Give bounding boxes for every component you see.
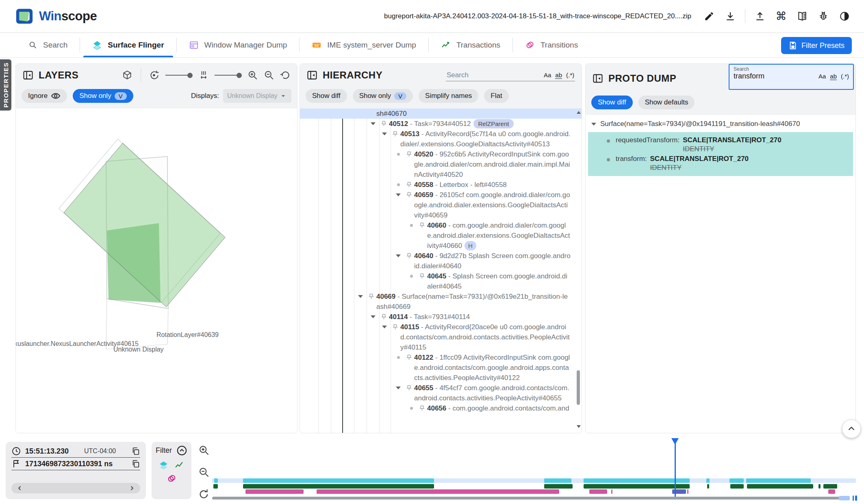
tree-node[interactable]: 40669 - Surface(name=Task=7931)/@0x619e2… — [300, 291, 582, 312]
copy-icon[interactable] — [131, 459, 140, 468]
pin-icon[interactable] — [417, 403, 427, 413]
match-case-toggle[interactable]: Aa — [818, 73, 826, 80]
zoom-out-icon[interactable] — [264, 70, 274, 80]
chevron-down-icon[interactable] — [393, 383, 404, 393]
pin-icon[interactable] — [404, 251, 414, 261]
tree-node[interactable]: 40660 - com.google.android.dialer/com.go… — [300, 220, 582, 251]
match-word-toggle[interactable]: ab — [830, 73, 837, 80]
match-case-toggle[interactable]: Aa — [544, 72, 551, 78]
pin-icon[interactable] — [378, 119, 389, 129]
pin-icon[interactable] — [366, 291, 376, 302]
pin-icon[interactable] — [404, 180, 414, 190]
edit-file-icon[interactable] — [700, 7, 718, 25]
pin-icon[interactable] — [404, 190, 414, 200]
ignore-visibility-chip[interactable]: Ignore — [22, 89, 67, 103]
spacing-slider[interactable] — [215, 73, 242, 78]
scroll-down-icon[interactable] — [577, 425, 581, 428]
pin-icon[interactable] — [390, 322, 400, 332]
chevron-down-icon[interactable] — [368, 312, 378, 322]
timeline-row-transactions[interactable] — [212, 484, 856, 489]
show-diff-chip[interactable]: Show diff — [591, 96, 633, 109]
transactions-trace-icon[interactable] — [174, 460, 185, 470]
scrollbar-thumb[interactable] — [577, 370, 580, 405]
shortcuts-icon[interactable]: ⌘ — [772, 7, 790, 25]
timeline-tracks[interactable] — [212, 436, 858, 504]
layers-3d-view[interactable]: RotationLayer#40639 xuslauncher.NexusLau… — [16, 109, 297, 433]
scroll-up-icon[interactable] — [577, 111, 581, 114]
tab-surface-flinger[interactable]: Surface Flinger — [80, 33, 176, 57]
proto-root-node[interactable]: Surface(name=Task=7934)/@0x1941191_trans… — [586, 115, 855, 131]
human-time-field[interactable]: 15:51:13.230 UTC-04:00 — [11, 445, 140, 458]
pin-icon[interactable] — [404, 149, 414, 159]
tree-node[interactable]: 40659 - 26105cf com.google.android.diale… — [300, 190, 582, 220]
tree-node-selected[interactable]: sh#40670 — [300, 109, 582, 119]
documentation-book-icon[interactable] — [793, 7, 811, 25]
chevron-down-icon[interactable] — [591, 123, 596, 126]
tab-ime[interactable]: IME system_server Dump — [300, 33, 428, 57]
timeline-row-transitions[interactable] — [212, 489, 856, 494]
hierarchy-search-input[interactable] — [447, 71, 516, 79]
simplify-names-chip[interactable]: Simplify names — [419, 89, 478, 103]
collapse-panel-icon[interactable] — [22, 70, 34, 81]
previous-frame-icon[interactable] — [16, 484, 24, 492]
collapse-panel-icon[interactable] — [592, 73, 603, 84]
report-bug-icon[interactable] — [814, 7, 832, 25]
pin-icon[interactable] — [417, 220, 427, 230]
timeline-position-marker[interactable] — [675, 438, 676, 498]
show-only-visible-chip[interactable]: Show only V — [73, 89, 133, 103]
transitions-trace-icon[interactable] — [167, 474, 177, 484]
tree-node[interactable]: 40645 - Splash Screen com.google.android… — [300, 271, 582, 291]
tree-node[interactable]: 40656 - com.google.android.contacts/com.… — [300, 403, 582, 413]
dark-mode-toggle-icon[interactable] — [836, 7, 853, 25]
rotate-view-icon[interactable] — [149, 70, 160, 80]
tab-window-manager[interactable]: Window Manager Dump — [177, 33, 300, 57]
hierarchy-scrollbar[interactable] — [576, 110, 581, 429]
chevron-down-icon[interactable] — [379, 322, 390, 332]
timeline-zoom-reset-icon[interactable] — [198, 488, 211, 501]
property-row[interactable]: requestedTransform: SCALE|TRANSLATE|ROT_… — [588, 135, 853, 153]
tree-node[interactable]: 40520 - 952c6b5 ActivityRecordInputSink … — [300, 149, 582, 180]
rotation-slider[interactable] — [165, 73, 193, 78]
timeline-zoom-range[interactable] — [839, 496, 850, 500]
pin-icon[interactable] — [404, 383, 414, 393]
show-defaults-chip[interactable]: Show defaults — [638, 96, 695, 109]
show-diff-chip[interactable]: Show diff — [306, 89, 347, 103]
chevron-down-icon[interactable] — [393, 190, 404, 200]
next-frame-icon[interactable] — [128, 484, 135, 492]
tree-node[interactable]: 40558 - Letterbox - left#40558 — [300, 180, 582, 190]
chevron-down-icon[interactable] — [393, 251, 404, 261]
tree-node[interactable]: 40115 - ActivityRecord{20ace0e u0 com.go… — [300, 322, 582, 352]
filter-presets-button[interactable]: Filter Presets — [781, 37, 852, 54]
zoom-in-icon[interactable] — [247, 70, 258, 80]
download-icon[interactable] — [721, 7, 739, 25]
proto-search-input[interactable] — [734, 72, 795, 80]
chevron-down-icon[interactable] — [355, 291, 366, 302]
tree-node[interactable]: 40513 - ActivityRecord{5c7f14a u0 com.go… — [300, 129, 582, 149]
tab-transitions[interactable]: Transitions — [513, 33, 590, 57]
flat-chip[interactable]: Flat — [484, 89, 508, 103]
layer-spacing-icon[interactable] — [198, 70, 209, 80]
collapse-filter-icon[interactable] — [176, 445, 187, 456]
pin-icon[interactable] — [390, 129, 400, 139]
property-row[interactable]: transform: SCALE|TRANSLATE|ROT_270 IDENT… — [588, 153, 853, 172]
chevron-down-icon[interactable] — [379, 129, 390, 139]
timeline-zoom-in-icon[interactable] — [198, 444, 211, 457]
timeline-zoom-out-icon[interactable] — [198, 466, 211, 479]
tree-node[interactable]: 40512 - Task=7934#40512RelZParent — [300, 119, 582, 129]
timeline-row-surfaceflinger[interactable] — [212, 478, 856, 483]
upload-icon[interactable] — [751, 7, 769, 25]
timeline-bookmark-tick[interactable] — [853, 495, 854, 501]
show-only-visible-chip[interactable]: Show only V — [353, 89, 413, 103]
properties-collapsed-tab[interactable]: PROPERTIES — [0, 59, 11, 111]
surface-flinger-trace-icon[interactable] — [158, 460, 169, 470]
tab-transactions[interactable]: Transactions — [429, 33, 512, 57]
regex-toggle[interactable]: (.*) — [841, 73, 849, 80]
chevron-down-icon[interactable] — [368, 119, 378, 129]
nanoseconds-field[interactable]: 1713469873230110391 ns — [11, 458, 140, 470]
tree-node[interactable]: 40122 - 1ffcc09 ActivityRecordInputSink … — [300, 352, 582, 383]
tree-node[interactable]: 40640 - 9d2d27b Splash Screen com.google… — [300, 251, 582, 271]
tab-search[interactable]: Search — [16, 33, 80, 57]
timeline-scrollbar-track[interactable] — [212, 497, 840, 500]
collapse-panel-icon[interactable] — [306, 70, 318, 81]
pin-icon[interactable] — [404, 352, 414, 363]
